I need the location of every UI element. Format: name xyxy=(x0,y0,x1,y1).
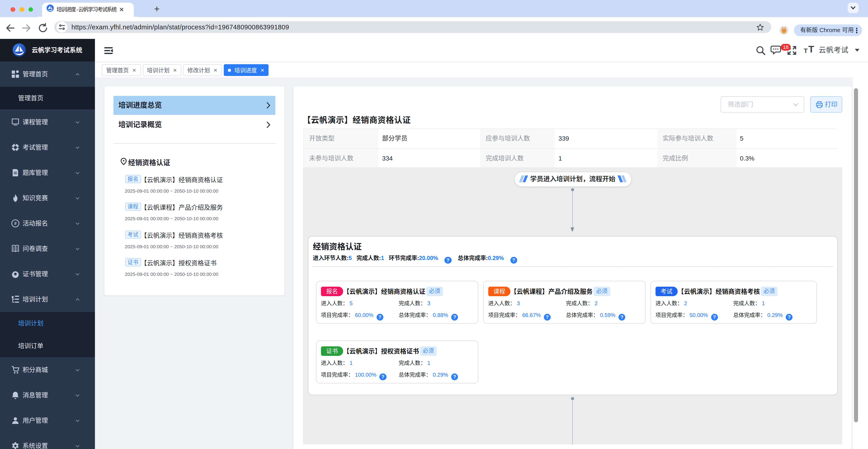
svg-text:#: # xyxy=(14,221,17,226)
